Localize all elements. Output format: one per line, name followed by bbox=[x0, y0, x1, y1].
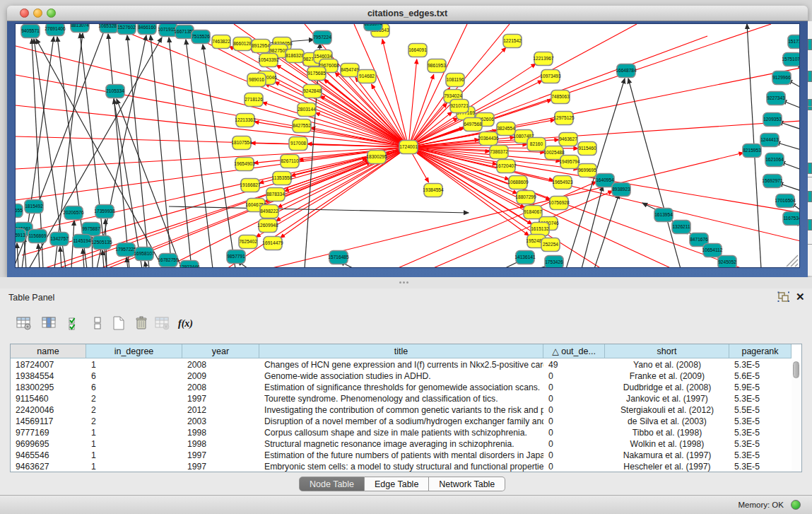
graph-node[interactable]: 8912954 bbox=[252, 40, 270, 53]
splitter-handle-icon[interactable] bbox=[399, 281, 410, 285]
graph-node[interactable]: 8131074 bbox=[364, 24, 382, 31]
graph-node[interactable]: 19495794 bbox=[559, 156, 580, 169]
table-row[interactable]: 1872400712008Changes of HCN gene express… bbox=[11, 359, 792, 370]
table-row[interactable]: 2242004622012Investigating the contribut… bbox=[11, 404, 792, 416]
graph-node[interactable]: 8454749 bbox=[341, 64, 359, 77]
graph-node[interactable]: 1527602 bbox=[117, 24, 136, 35]
graph-node[interactable]: 14136141 bbox=[514, 251, 536, 264]
graph-node[interactable]: 9245052 bbox=[718, 256, 736, 269]
graph-node[interactable]: 1517104 bbox=[788, 35, 800, 49]
graph-node[interactable]: 2803144 bbox=[298, 103, 316, 117]
table-row[interactable]: 1938455462009Genome-wide association stu… bbox=[11, 370, 792, 382]
table-row[interactable]: 977716911998Corpus callosum shape and si… bbox=[11, 427, 792, 438]
table-row[interactable]: 946362711997Embryonic stem cells: a mode… bbox=[11, 461, 792, 472]
scrollbar-thumb[interactable] bbox=[793, 361, 799, 378]
column-header-year[interactable]: year bbox=[182, 344, 259, 358]
tab-node-table[interactable]: Node Table bbox=[299, 477, 365, 491]
table-scrollbar[interactable] bbox=[792, 360, 801, 472]
graph-node[interactable]: 16782759 bbox=[158, 254, 179, 267]
graph-node[interactable]: 7386372 bbox=[490, 146, 508, 159]
table-row[interactable]: 946554611997Estimation of the future num… bbox=[11, 450, 792, 461]
graph-node[interactable]: 16958107 bbox=[134, 247, 155, 261]
graph-node[interactable]: 10654112 bbox=[702, 244, 723, 257]
graph-node[interactable]: 15692971 bbox=[762, 175, 783, 188]
graph-node[interactable]: 1621064 bbox=[765, 153, 784, 167]
table-row[interactable]: 911546021997Tourette syndrome. Phenomeno… bbox=[11, 393, 792, 404]
graph-node[interactable]: 10688609 bbox=[507, 176, 529, 189]
graph-node[interactable]: 11353558 bbox=[272, 172, 293, 185]
graph-node[interactable]: 1156869 bbox=[28, 230, 47, 243]
graph-node[interactable]: 1244413 bbox=[760, 134, 779, 147]
graph-node[interactable]: 8813074 bbox=[71, 24, 89, 33]
graph-node[interactable]: 10973493 bbox=[540, 70, 561, 83]
graph-node[interactable]: 10543392 bbox=[258, 54, 279, 67]
graph-node[interactable]: 9861953 bbox=[428, 59, 446, 73]
graph-node[interactable]: 2620655 bbox=[16, 204, 23, 218]
graph-node[interactable]: 8660128 bbox=[233, 37, 252, 51]
graph-node[interactable]: 19654923 bbox=[552, 176, 573, 189]
graph-node[interactable]: 9227343 bbox=[767, 92, 785, 105]
graph-node[interactable]: 1613954 bbox=[654, 209, 673, 222]
graph-node[interactable]: 9463627 bbox=[559, 133, 577, 146]
graph-node[interactable]: 7625402 bbox=[239, 235, 257, 249]
show-columns-icon[interactable] bbox=[41, 315, 59, 334]
new-column-icon[interactable] bbox=[110, 315, 129, 334]
graph-node[interactable]: 20364436 bbox=[478, 132, 499, 146]
graph-node[interactable]: 16720407 bbox=[495, 160, 517, 173]
graph-node[interactable]: 19654903 bbox=[234, 158, 255, 171]
graph-node[interactable]: 12923446 bbox=[179, 261, 200, 269]
graph-node[interactable]: 12213363 bbox=[235, 114, 256, 127]
graph-node[interactable]: 12505135 bbox=[91, 236, 112, 250]
column-header-name[interactable]: name bbox=[11, 344, 86, 358]
table-mode-icon[interactable] bbox=[16, 315, 34, 334]
graph-node[interactable]: 1326211 bbox=[672, 221, 690, 234]
graph-node[interactable]: 82160 bbox=[527, 138, 546, 151]
graph-node[interactable]: 8427552 bbox=[293, 119, 311, 133]
graph-node[interactable]: 10653287 bbox=[98, 24, 119, 33]
graph-node[interactable]: 8267110 bbox=[281, 155, 299, 168]
graph-node[interactable]: 7485063 bbox=[551, 90, 570, 104]
graph-node[interactable]: 12213967 bbox=[533, 52, 554, 66]
graph-node[interactable]: 9242848 bbox=[303, 85, 322, 98]
graph-node[interactable]: 16648784 bbox=[616, 64, 637, 78]
tab-edge-table[interactable]: Edge Table bbox=[365, 477, 429, 491]
graph-node[interactable]: 19166827 bbox=[240, 179, 261, 192]
delete-table-icon[interactable] bbox=[154, 315, 172, 334]
graph-node[interactable]: 9699695 bbox=[578, 164, 596, 177]
network-canvas[interactable]: 1724001746382286601288912954182260589827… bbox=[15, 23, 800, 268]
graph-node[interactable]: 9857791 bbox=[227, 250, 245, 264]
graph-node[interactable]: 8878334 bbox=[266, 188, 285, 201]
column-header-short[interactable]: short bbox=[605, 344, 729, 358]
graph-node[interactable]: 8466160 bbox=[138, 24, 156, 35]
graph-node[interactable]: 9175685 bbox=[307, 67, 326, 81]
graph-node[interactable]: 9210721 bbox=[450, 100, 469, 113]
graph-node[interactable]: 1753426 bbox=[545, 256, 563, 269]
graph-node[interactable]: 1815492 bbox=[25, 200, 43, 214]
memory-indicator-icon[interactable] bbox=[791, 500, 801, 510]
graph-node[interactable]: 9405571 bbox=[21, 25, 40, 38]
graph-node[interactable]: 2718126 bbox=[245, 93, 263, 107]
graph-node[interactable]: 989016 bbox=[247, 74, 266, 87]
graph-node[interactable]: 17359938 bbox=[94, 205, 115, 218]
graph-node[interactable]: 20206576 bbox=[63, 206, 84, 220]
graph-node[interactable]: 7957224 bbox=[313, 31, 331, 45]
graph-node[interactable]: 15751074 bbox=[782, 53, 800, 66]
row-height-icon[interactable] bbox=[89, 315, 107, 334]
graph-node[interactable]: 1167534 bbox=[783, 212, 800, 226]
graph-node[interactable]: 1615132 bbox=[531, 223, 549, 236]
graph-node[interactable]: 8938923 bbox=[612, 183, 630, 197]
graph-node[interactable]: 252254 bbox=[541, 238, 560, 252]
close-panel-icon[interactable]: ✕ bbox=[796, 291, 805, 303]
graph-node[interactable]: 18807299 bbox=[515, 191, 536, 204]
table-row[interactable]: 969969511998Structural magnetic resonanc… bbox=[11, 438, 792, 450]
graph-node[interactable]: 9975887 bbox=[82, 223, 100, 236]
graph-node[interactable]: 17016504 bbox=[775, 194, 796, 208]
graph-node[interactable]: 18107554 bbox=[231, 136, 252, 150]
graph-node[interactable]: 1640954 bbox=[596, 174, 614, 187]
graph-node[interactable]: 7515526 bbox=[192, 30, 210, 44]
table-row[interactable]: 1456911722003Disruption of a novel membe… bbox=[11, 416, 792, 427]
graph-node[interactable]: 1221542 bbox=[503, 35, 522, 48]
function-builder-icon[interactable]: f(x) bbox=[178, 318, 196, 337]
column-header-in_degree[interactable]: in_degree bbox=[86, 344, 182, 358]
graph-node[interactable]: 1209353 bbox=[763, 113, 782, 127]
